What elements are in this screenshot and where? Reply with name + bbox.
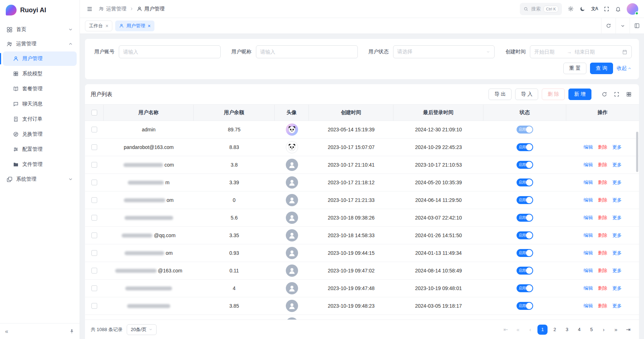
sidebar-item-exchange[interactable]: 兑换管理 <box>3 127 77 141</box>
first-page-button[interactable]: ⇤ <box>501 325 511 335</box>
jump-forward-button[interactable]: » <box>611 325 621 335</box>
close-icon[interactable]: × <box>148 23 150 29</box>
hamburger-menu-icon[interactable] <box>86 6 93 12</box>
row-checkbox[interactable] <box>91 180 97 185</box>
more-link[interactable]: 更多 <box>612 144 622 150</box>
sidebar-item-packages[interactable]: 套餐管理 <box>3 82 77 96</box>
delete-link[interactable]: 删除 <box>598 232 607 239</box>
date-range-picker[interactable]: → <box>530 45 632 58</box>
row-checkbox[interactable] <box>91 285 97 291</box>
translate-icon[interactable]: 文A <box>591 6 598 12</box>
tab-user-management[interactable]: 用户管理 × <box>115 21 154 31</box>
expand-icon[interactable] <box>612 90 621 99</box>
status-toggle[interactable]: 启用 <box>517 231 533 239</box>
status-toggle[interactable]: 启用 <box>517 249 533 257</box>
prev-page-button[interactable]: ‹ <box>525 325 535 335</box>
status-toggle[interactable]: 启用 <box>517 302 533 310</box>
table-scrollbar[interactable] <box>636 132 638 172</box>
page-number-button[interactable]: 5 <box>586 325 596 335</box>
status-toggle[interactable]: 启用 <box>517 196 533 204</box>
more-link[interactable]: 更多 <box>612 232 622 239</box>
account-input[interactable] <box>123 49 216 55</box>
sidebar-item-system-management[interactable]: 系统管理 <box>3 172 77 186</box>
add-button[interactable]: 新 增 <box>568 89 591 100</box>
reset-button[interactable]: 重 置 <box>563 63 586 74</box>
page-number-button[interactable]: 4 <box>574 325 584 335</box>
status-toggle[interactable]: 启用 <box>517 126 533 134</box>
more-link[interactable]: 更多 <box>612 197 622 203</box>
more-link[interactable]: 更多 <box>612 214 622 221</box>
moon-icon[interactable] <box>580 6 585 12</box>
status-toggle[interactable]: 启用 <box>517 214 533 222</box>
pin-icon[interactable] <box>69 329 75 334</box>
gear-icon[interactable] <box>568 6 574 12</box>
edit-link[interactable]: 编辑 <box>584 303 593 309</box>
column-settings-icon[interactable] <box>625 90 633 99</box>
row-checkbox[interactable] <box>91 303 97 309</box>
nickname-input[interactable] <box>260 49 353 55</box>
sidebar-item-user-management[interactable]: 用户管理 <box>3 51 77 66</box>
breadcrumb-user-management[interactable]: 用户管理 <box>137 6 165 12</box>
delete-link[interactable]: 删除 <box>598 267 607 274</box>
import-button[interactable]: 导 入 <box>515 89 538 100</box>
row-checkbox[interactable] <box>91 215 97 221</box>
start-date-input[interactable] <box>534 49 564 55</box>
more-link[interactable]: 更多 <box>612 179 622 186</box>
sidebar-item-home[interactable]: 首页 <box>3 22 77 37</box>
more-link[interactable]: 更多 <box>612 267 622 274</box>
bell-icon[interactable] <box>615 6 621 12</box>
more-link[interactable]: 更多 <box>612 162 622 168</box>
row-checkbox[interactable] <box>91 127 97 132</box>
fullscreen-icon[interactable] <box>604 6 609 12</box>
status-toggle[interactable]: 启用 <box>517 267 533 275</box>
page-number-button[interactable]: 3 <box>562 325 572 335</box>
export-button[interactable]: 导 出 <box>488 89 512 100</box>
chevron-down-icon[interactable] <box>616 18 630 33</box>
close-icon[interactable]: × <box>105 23 108 29</box>
status-toggle[interactable]: 启用 <box>517 143 533 151</box>
row-checkbox[interactable] <box>91 268 97 274</box>
page-size-select[interactable]: 20条/页 <box>127 324 157 335</box>
delete-link[interactable]: 删除 <box>598 179 607 186</box>
collapse-filters-link[interactable]: 收起 <box>617 65 632 72</box>
maximize-icon[interactable] <box>630 18 644 33</box>
user-avatar[interactable] <box>627 3 638 15</box>
refresh-icon[interactable] <box>601 18 616 33</box>
status-toggle[interactable]: 启用 <box>517 178 533 186</box>
edit-link[interactable]: 编辑 <box>584 197 593 203</box>
sidebar-item-operations[interactable]: 运营管理 <box>3 37 77 51</box>
next-page-button[interactable]: › <box>599 325 609 335</box>
edit-link[interactable]: 编辑 <box>584 179 593 186</box>
delete-link[interactable]: 删除 <box>598 197 607 203</box>
sidebar-collapse-button[interactable]: « <box>5 329 8 334</box>
global-search[interactable]: 搜索 Ctrl K <box>520 3 562 15</box>
jump-back-button[interactable]: « <box>513 325 523 335</box>
sidebar-item-files[interactable]: 文件管理 <box>3 157 77 172</box>
sidebar-item-chat-messages[interactable]: 聊天消息 <box>3 97 77 111</box>
delete-link[interactable]: 删除 <box>598 162 607 168</box>
edit-link[interactable]: 编辑 <box>584 214 593 221</box>
edit-link[interactable]: 编辑 <box>584 232 593 239</box>
sidebar-item-system-models[interactable]: 系统模型 <box>3 67 77 81</box>
refresh-icon[interactable] <box>600 90 609 99</box>
breadcrumb-operations[interactable]: 运营管理 <box>99 6 126 12</box>
delete-link[interactable]: 删除 <box>598 144 607 150</box>
more-link[interactable]: 更多 <box>612 285 622 291</box>
edit-link[interactable]: 编辑 <box>584 250 593 256</box>
select-all-checkbox[interactable] <box>91 110 97 116</box>
row-checkbox[interactable] <box>91 144 97 150</box>
end-date-input[interactable] <box>575 49 604 55</box>
edit-link[interactable]: 编辑 <box>584 267 593 274</box>
row-checkbox[interactable] <box>91 232 97 238</box>
row-checkbox[interactable] <box>91 197 97 203</box>
status-select[interactable]: 请选择 <box>393 45 495 58</box>
row-checkbox[interactable] <box>91 250 97 256</box>
status-toggle[interactable]: 启用 <box>517 161 533 169</box>
delete-link[interactable]: 删除 <box>598 214 607 221</box>
sidebar-item-payment-orders[interactable]: 支付订单 <box>3 112 77 126</box>
delete-button[interactable]: 删 除 <box>542 89 565 100</box>
row-checkbox[interactable] <box>91 162 97 168</box>
sidebar-item-configuration[interactable]: 配置管理 <box>3 142 77 157</box>
last-page-button[interactable]: ⇥ <box>623 325 633 335</box>
delete-link[interactable]: 删除 <box>598 303 607 309</box>
